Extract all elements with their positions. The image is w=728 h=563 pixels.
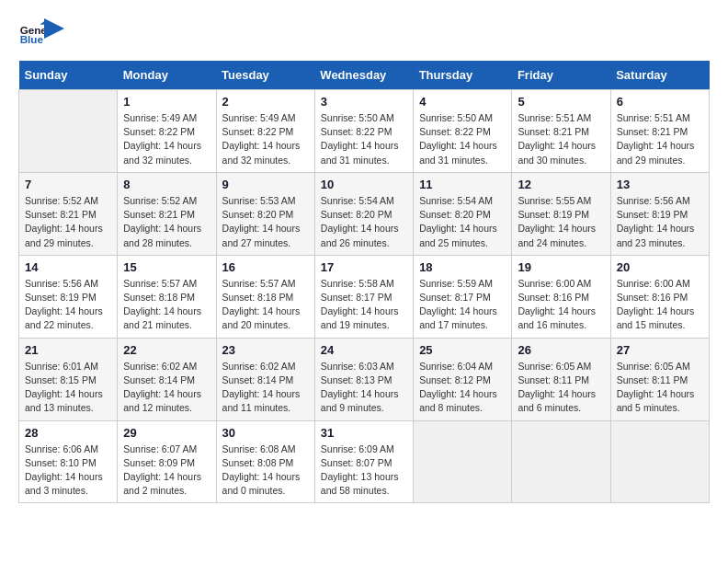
day-number: 28 [25, 426, 111, 440]
day-info: Sunrise: 5:54 AMSunset: 8:20 PMDaylight:… [419, 194, 506, 250]
day-info: Sunrise: 5:49 AMSunset: 8:22 PMDaylight:… [123, 111, 210, 167]
day-number: 14 [25, 260, 111, 274]
calendar-cell: 20 Sunrise: 6:00 AMSunset: 8:16 PMDaylig… [610, 255, 709, 338]
day-info: Sunrise: 5:50 AMSunset: 8:22 PMDaylight:… [321, 111, 407, 167]
calendar-cell: 6 Sunrise: 5:51 AMSunset: 8:21 PMDayligh… [610, 90, 709, 173]
day-number: 20 [617, 260, 703, 274]
day-number: 17 [321, 260, 407, 274]
calendar-cell: 22 Sunrise: 6:02 AMSunset: 8:14 PMDaylig… [118, 338, 216, 420]
day-number: 25 [419, 343, 506, 357]
calendar-cell: 21 Sunrise: 6:01 AMSunset: 8:15 PMDaylig… [19, 338, 118, 420]
day-number: 12 [518, 178, 604, 191]
page-header: General Blue [18, 18, 710, 46]
day-info: Sunrise: 5:49 AMSunset: 8:22 PMDaylight:… [222, 111, 309, 167]
day-info: Sunrise: 6:06 AMSunset: 8:10 PMDaylight:… [25, 442, 111, 499]
weekday-header-thursday: Thursday [414, 61, 512, 90]
logo: General Blue [18, 18, 64, 46]
day-number: 23 [222, 343, 309, 357]
day-number: 31 [321, 426, 407, 440]
calendar-cell: 27 Sunrise: 6:05 AMSunset: 8:11 PMDaylig… [610, 338, 709, 420]
calendar-cell: 24 Sunrise: 6:03 AMSunset: 8:13 PMDaylig… [314, 338, 413, 420]
calendar-cell: 4 Sunrise: 5:50 AMSunset: 8:22 PMDayligh… [414, 90, 512, 173]
day-info: Sunrise: 5:55 AMSunset: 8:19 PMDaylight:… [518, 194, 604, 250]
day-info: Sunrise: 5:57 AMSunset: 8:18 PMDaylight:… [222, 277, 309, 333]
day-info: Sunrise: 5:56 AMSunset: 8:19 PMDaylight:… [25, 277, 111, 333]
day-info: Sunrise: 5:51 AMSunset: 8:21 PMDaylight:… [617, 111, 703, 167]
day-info: Sunrise: 6:05 AMSunset: 8:11 PMDaylight:… [617, 360, 703, 416]
day-number: 27 [617, 343, 703, 357]
calendar-week-row: 14 Sunrise: 5:56 AMSunset: 8:19 PMDaylig… [19, 255, 710, 338]
calendar-cell: 3 Sunrise: 5:50 AMSunset: 8:22 PMDayligh… [314, 90, 413, 173]
calendar-week-row: 21 Sunrise: 6:01 AMSunset: 8:15 PMDaylig… [19, 338, 710, 420]
calendar-cell: 29 Sunrise: 6:07 AMSunset: 8:09 PMDaylig… [118, 420, 216, 503]
day-number: 19 [518, 260, 604, 274]
day-number: 22 [123, 343, 210, 357]
calendar-cell [19, 90, 118, 173]
day-info: Sunrise: 6:02 AMSunset: 8:14 PMDaylight:… [123, 360, 210, 416]
day-info: Sunrise: 6:00 AMSunset: 8:16 PMDaylight:… [518, 277, 604, 333]
calendar-cell: 30 Sunrise: 6:08 AMSunset: 8:08 PMDaylig… [216, 420, 314, 503]
calendar-cell: 11 Sunrise: 5:54 AMSunset: 8:20 PMDaylig… [414, 172, 512, 255]
day-info: Sunrise: 5:54 AMSunset: 8:20 PMDaylight:… [321, 194, 407, 250]
day-info: Sunrise: 5:51 AMSunset: 8:21 PMDaylight:… [518, 111, 604, 167]
calendar-cell: 28 Sunrise: 6:06 AMSunset: 8:10 PMDaylig… [19, 420, 118, 503]
day-number: 4 [419, 95, 506, 109]
weekday-header-sunday: Sunday [19, 61, 118, 90]
calendar-cell: 19 Sunrise: 6:00 AMSunset: 8:16 PMDaylig… [512, 255, 610, 338]
calendar-week-row: 7 Sunrise: 5:52 AMSunset: 8:21 PMDayligh… [19, 172, 710, 255]
day-info: Sunrise: 6:00 AMSunset: 8:16 PMDaylight:… [617, 277, 703, 333]
calendar-cell: 12 Sunrise: 5:55 AMSunset: 8:19 PMDaylig… [512, 172, 610, 255]
day-number: 7 [25, 178, 111, 191]
calendar-cell: 1 Sunrise: 5:49 AMSunset: 8:22 PMDayligh… [118, 90, 216, 173]
day-info: Sunrise: 6:07 AMSunset: 8:09 PMDaylight:… [123, 442, 210, 499]
calendar-cell [414, 420, 512, 503]
day-number: 3 [321, 95, 407, 109]
logo-arrow-icon [44, 18, 64, 39]
calendar-cell: 10 Sunrise: 5:54 AMSunset: 8:20 PMDaylig… [314, 172, 413, 255]
calendar-cell: 25 Sunrise: 6:04 AMSunset: 8:12 PMDaylig… [414, 338, 512, 420]
day-number: 21 [25, 343, 111, 357]
day-number: 13 [617, 178, 703, 191]
calendar-cell: 23 Sunrise: 6:02 AMSunset: 8:14 PMDaylig… [216, 338, 314, 420]
day-number: 8 [123, 178, 210, 191]
day-number: 1 [123, 95, 210, 109]
day-info: Sunrise: 5:57 AMSunset: 8:18 PMDaylight:… [123, 277, 210, 333]
day-number: 16 [222, 260, 309, 274]
day-number: 18 [419, 260, 506, 274]
weekday-header-monday: Monday [118, 61, 216, 90]
day-info: Sunrise: 5:59 AMSunset: 8:17 PMDaylight:… [419, 277, 506, 333]
day-info: Sunrise: 6:01 AMSunset: 8:15 PMDaylight:… [25, 360, 111, 416]
calendar-cell: 26 Sunrise: 6:05 AMSunset: 8:11 PMDaylig… [512, 338, 610, 420]
calendar-cell: 5 Sunrise: 5:51 AMSunset: 8:21 PMDayligh… [512, 90, 610, 173]
day-number: 15 [123, 260, 210, 274]
calendar-cell: 18 Sunrise: 5:59 AMSunset: 8:17 PMDaylig… [414, 255, 512, 338]
day-number: 9 [222, 178, 309, 191]
calendar-cell: 14 Sunrise: 5:56 AMSunset: 8:19 PMDaylig… [19, 255, 118, 338]
day-info: Sunrise: 6:03 AMSunset: 8:13 PMDaylight:… [321, 360, 407, 416]
svg-marker-3 [44, 18, 64, 39]
calendar-week-row: 28 Sunrise: 6:06 AMSunset: 8:10 PMDaylig… [19, 420, 710, 503]
logo-icon: General Blue [18, 18, 46, 46]
calendar-cell: 15 Sunrise: 5:57 AMSunset: 8:18 PMDaylig… [118, 255, 216, 338]
calendar-table: SundayMondayTuesdayWednesdayThursdayFrid… [18, 61, 710, 503]
calendar-cell: 7 Sunrise: 5:52 AMSunset: 8:21 PMDayligh… [19, 172, 118, 255]
day-number: 29 [123, 426, 210, 440]
day-number: 2 [222, 95, 309, 109]
calendar-cell: 16 Sunrise: 5:57 AMSunset: 8:18 PMDaylig… [216, 255, 314, 338]
weekday-header-friday: Friday [512, 61, 610, 90]
day-info: Sunrise: 6:08 AMSunset: 8:08 PMDaylight:… [222, 442, 309, 499]
day-info: Sunrise: 5:56 AMSunset: 8:19 PMDaylight:… [617, 194, 703, 250]
day-number: 24 [321, 343, 407, 357]
day-info: Sunrise: 6:04 AMSunset: 8:12 PMDaylight:… [419, 360, 506, 416]
calendar-cell [512, 420, 610, 503]
weekday-header-row: SundayMondayTuesdayWednesdayThursdayFrid… [19, 61, 710, 90]
day-number: 10 [321, 178, 407, 191]
day-info: Sunrise: 5:52 AMSunset: 8:21 PMDaylight:… [123, 194, 210, 250]
calendar-cell: 2 Sunrise: 5:49 AMSunset: 8:22 PMDayligh… [216, 90, 314, 173]
day-info: Sunrise: 5:53 AMSunset: 8:20 PMDaylight:… [222, 194, 309, 250]
weekday-header-saturday: Saturday [610, 61, 709, 90]
calendar-cell: 13 Sunrise: 5:56 AMSunset: 8:19 PMDaylig… [610, 172, 709, 255]
calendar-week-row: 1 Sunrise: 5:49 AMSunset: 8:22 PMDayligh… [19, 90, 710, 173]
day-number: 26 [518, 343, 604, 357]
day-info: Sunrise: 6:09 AMSunset: 8:07 PMDaylight:… [321, 442, 407, 499]
